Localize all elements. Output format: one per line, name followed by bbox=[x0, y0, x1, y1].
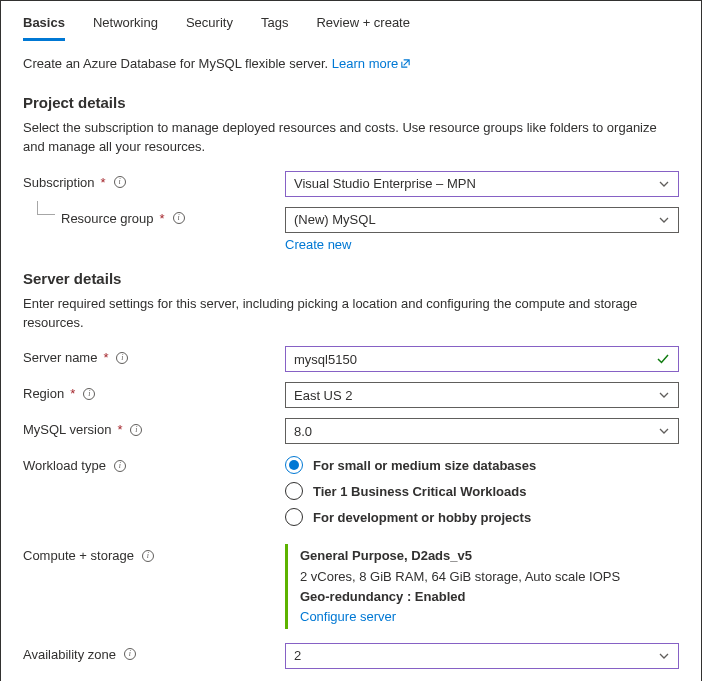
check-icon bbox=[656, 352, 670, 366]
chevron-down-icon bbox=[658, 214, 670, 226]
compute-storage-label: Compute + storage i bbox=[23, 544, 285, 563]
subscription-label: Subscription* i bbox=[23, 171, 285, 190]
chevron-down-icon bbox=[658, 425, 670, 437]
info-icon[interactable]: i bbox=[116, 352, 128, 364]
tab-tags[interactable]: Tags bbox=[261, 9, 288, 41]
hierarchy-line-icon bbox=[37, 201, 55, 215]
create-new-resource-group-link[interactable]: Create new bbox=[285, 237, 679, 252]
region-select[interactable]: East US 2 bbox=[285, 382, 679, 408]
workload-option-dev-label: For development or hobby projects bbox=[313, 510, 531, 525]
intro-text: Create an Azure Database for MySQL flexi… bbox=[23, 56, 679, 72]
info-icon[interactable]: i bbox=[114, 176, 126, 188]
chevron-down-icon bbox=[658, 650, 670, 662]
chevron-down-icon bbox=[658, 389, 670, 401]
info-icon[interactable]: i bbox=[83, 388, 95, 400]
section-server-desc: Enter required settings for this server,… bbox=[23, 295, 679, 333]
info-icon[interactable]: i bbox=[114, 460, 126, 472]
radio-icon bbox=[285, 482, 303, 500]
radio-icon bbox=[285, 456, 303, 474]
info-icon[interactable]: i bbox=[142, 550, 154, 562]
tab-networking[interactable]: Networking bbox=[93, 9, 158, 41]
radio-icon bbox=[285, 508, 303, 526]
compute-sku: General Purpose, D2ads_v5 bbox=[300, 546, 679, 566]
server-name-input[interactable]: mysql5150 bbox=[285, 346, 679, 372]
section-project-title: Project details bbox=[23, 94, 679, 111]
workload-option-dev[interactable]: For development or hobby projects bbox=[285, 508, 679, 526]
region-value: East US 2 bbox=[294, 388, 353, 403]
workload-option-small[interactable]: For small or medium size databases bbox=[285, 456, 679, 474]
section-server-title: Server details bbox=[23, 270, 679, 287]
compute-detail: 2 vCores, 8 GiB RAM, 64 GiB storage, Aut… bbox=[300, 567, 679, 587]
tab-strip: Basics Networking Security Tags Review +… bbox=[23, 9, 679, 42]
availability-zone-label: Availability zone i bbox=[23, 643, 285, 662]
resource-group-select[interactable]: (New) MySQL bbox=[285, 207, 679, 233]
intro-sentence: Create an Azure Database for MySQL flexi… bbox=[23, 56, 332, 71]
region-label: Region* i bbox=[23, 382, 285, 401]
info-icon[interactable]: i bbox=[124, 648, 136, 660]
server-name-value: mysql5150 bbox=[294, 352, 357, 367]
workload-option-small-label: For small or medium size databases bbox=[313, 458, 536, 473]
learn-more-link[interactable]: Learn more bbox=[332, 56, 411, 71]
availability-zone-select[interactable]: 2 bbox=[285, 643, 679, 669]
configure-server-link[interactable]: Configure server bbox=[300, 607, 679, 627]
availability-zone-value: 2 bbox=[294, 648, 301, 663]
tab-basics[interactable]: Basics bbox=[23, 9, 65, 41]
info-icon[interactable]: i bbox=[130, 424, 142, 436]
server-name-label: Server name* i bbox=[23, 346, 285, 365]
info-icon[interactable]: i bbox=[173, 212, 185, 224]
workload-option-tier1-label: Tier 1 Business Critical Workloads bbox=[313, 484, 526, 499]
workload-type-label: Workload type i bbox=[23, 454, 285, 473]
resource-group-label: Resource group* i bbox=[23, 207, 285, 226]
mysql-version-label: MySQL version* i bbox=[23, 418, 285, 437]
mysql-version-select[interactable]: 8.0 bbox=[285, 418, 679, 444]
subscription-value: Visual Studio Enterprise – MPN bbox=[294, 176, 476, 191]
workload-option-tier1[interactable]: Tier 1 Business Critical Workloads bbox=[285, 482, 679, 500]
resource-group-value: (New) MySQL bbox=[294, 212, 376, 227]
external-link-icon bbox=[400, 57, 411, 72]
section-project-desc: Select the subscription to manage deploy… bbox=[23, 119, 679, 157]
tab-security[interactable]: Security bbox=[186, 9, 233, 41]
tab-review-create[interactable]: Review + create bbox=[316, 9, 410, 41]
compute-storage-summary: General Purpose, D2ads_v5 2 vCores, 8 Gi… bbox=[285, 544, 679, 629]
compute-geo: Geo-redundancy : Enabled bbox=[300, 587, 679, 607]
subscription-select[interactable]: Visual Studio Enterprise – MPN bbox=[285, 171, 679, 197]
chevron-down-icon bbox=[658, 178, 670, 190]
mysql-version-value: 8.0 bbox=[294, 424, 312, 439]
